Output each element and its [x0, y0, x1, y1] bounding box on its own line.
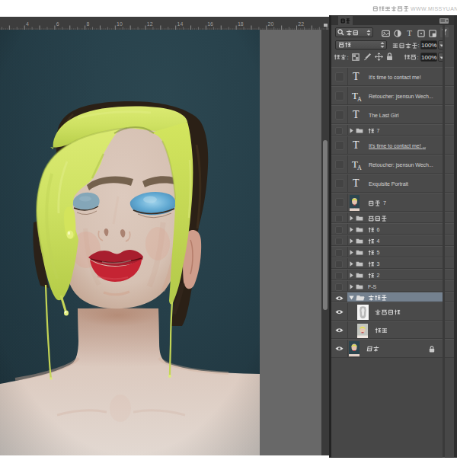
svg-text:4: 4: [26, 21, 29, 27]
svg-text:22: 22: [298, 21, 304, 27]
svg-text:16: 16: [207, 21, 213, 27]
svg-text:14: 14: [177, 21, 184, 27]
svg-text:8: 8: [86, 21, 89, 27]
svg-text:20: 20: [268, 21, 274, 27]
svg-text:18: 18: [238, 21, 244, 27]
svg-text:6: 6: [56, 21, 59, 27]
svg-text:10: 10: [117, 21, 123, 27]
svg-text:12: 12: [147, 21, 153, 27]
